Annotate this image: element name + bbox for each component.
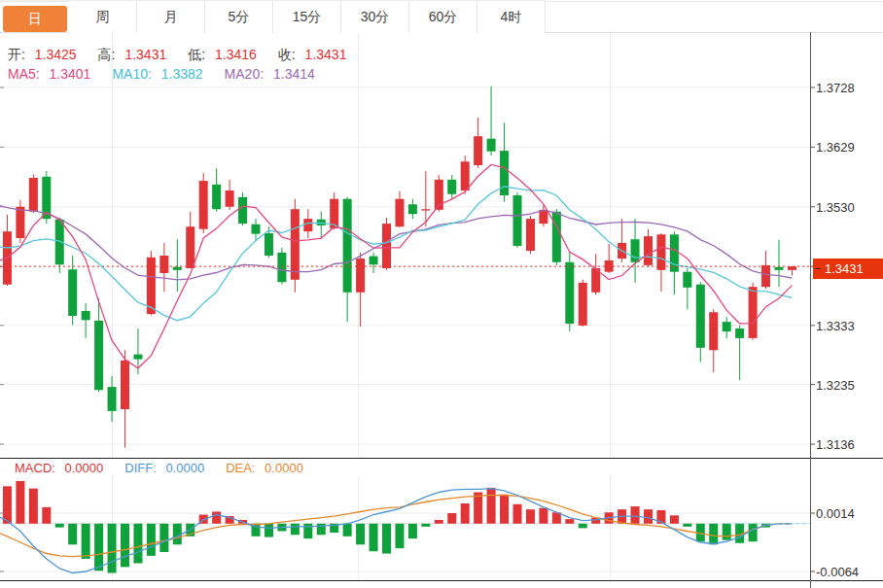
legend-label: DEA:: [226, 461, 255, 475]
price-axis-label: 1.3333: [816, 318, 855, 332]
kline-app: 日周月5分15分30分60分4时 开: 1.3425高: 1.3431低: 1.…: [0, 0, 883, 588]
price-tag-value: 1.3431: [825, 259, 864, 279]
legend-label: DIFF:: [124, 461, 157, 475]
macd-chart[interactable]: [0, 481, 809, 573]
legend-value: 1.3382: [158, 66, 203, 82]
price-axis-label: 1.3136: [816, 437, 855, 452]
macd-axis-label: 0.0014: [816, 506, 855, 521]
legend-value: 0.0000: [162, 461, 204, 475]
legend-label: MA10:: [112, 66, 151, 82]
legend-label: 高:: [98, 47, 116, 62]
legend-value: 1.3401: [46, 66, 91, 82]
legend-value: 1.3416: [211, 47, 257, 62]
price-axis-label: 1.3629: [816, 140, 855, 155]
legend-item: MA10: 1.3382: [112, 66, 208, 82]
tab-15min[interactable]: 15分: [273, 1, 341, 33]
price-tag-tick-icon: [815, 268, 821, 269]
legend-value: 1.3414: [269, 66, 315, 82]
legend-item: MA5: 1.3401: [8, 66, 96, 82]
price-axis-label: 1.3235: [816, 377, 855, 392]
legend-item: 收: 1.3431: [278, 47, 353, 62]
price-axis-label: 1.3530: [816, 199, 855, 214]
candles-layer: [0, 86, 796, 448]
gridlines: [0, 32, 815, 580]
legend-label: 开:: [8, 47, 25, 62]
legend-label: 收:: [278, 47, 296, 62]
legend-item: DEA: 0.0000: [226, 461, 309, 475]
chart-canvas[interactable]: [0, 0, 883, 588]
tab-month[interactable]: 月: [137, 1, 205, 33]
tab-4hour[interactable]: 4时: [477, 1, 546, 33]
tab-30min[interactable]: 30分: [341, 1, 409, 33]
legend-value: 1.3431: [301, 47, 347, 62]
tab-5min[interactable]: 5分: [205, 1, 273, 33]
timeframe-tabs: 日周月5分15分30分60分4时: [0, 0, 546, 33]
macd-axis-label: -0.0064: [816, 565, 859, 579]
legend-label: MA20:: [225, 66, 264, 82]
main-chart[interactable]: [0, 86, 813, 448]
price-axis-label: 1.3728: [816, 81, 855, 95]
legend-label: MA5:: [8, 66, 40, 82]
tab-60min[interactable]: 60分: [409, 1, 477, 33]
last-price-tag: 1.3431: [813, 259, 883, 279]
legend-item: MACD: 0.0000: [15, 461, 109, 475]
legend-value: 0.0000: [261, 461, 302, 475]
legend-label: MACD:: [15, 461, 55, 475]
ma-legend: MA5: 1.3401MA10: 1.3382MA20: 1.3414: [8, 66, 336, 82]
legend-item: 低: 1.3416: [188, 47, 263, 62]
legend-value: 1.3431: [122, 47, 167, 62]
legend-label: 低:: [188, 47, 205, 62]
legend-value: 0.0000: [61, 461, 103, 475]
legend-item: 高: 1.3431: [98, 47, 173, 62]
ohlc-legend: 开: 1.3425高: 1.3431低: 1.3416收: 1.3431: [8, 47, 368, 64]
legend-item: MA20: 1.3414: [225, 66, 321, 82]
legend-item: 开: 1.3425: [8, 47, 83, 62]
tab-week[interactable]: 周: [69, 1, 137, 33]
macd-legend: MACD: 0.0000DIFF: 0.0000DEA: 0.0000: [15, 461, 325, 475]
legend-value: 1.3425: [31, 47, 77, 62]
tab-day[interactable]: 日: [3, 6, 67, 32]
legend-item: DIFF: 0.0000: [124, 461, 210, 475]
